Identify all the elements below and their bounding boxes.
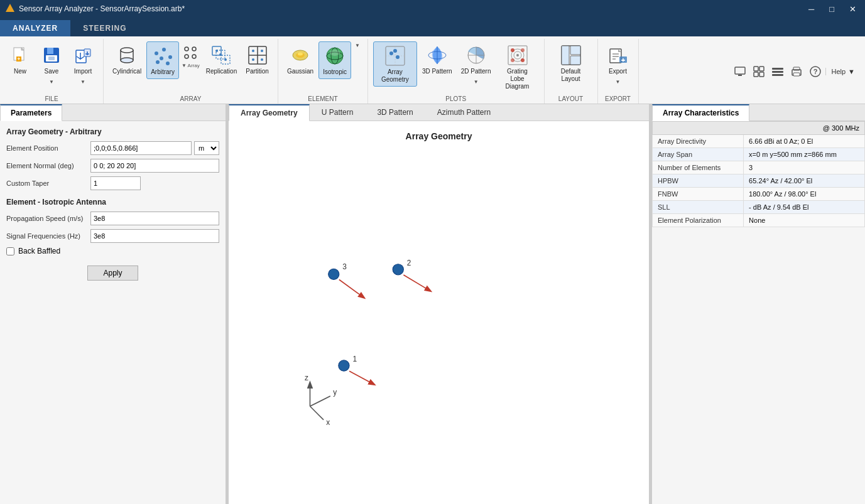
custom-taper-input[interactable] bbox=[90, 176, 141, 190]
save-button[interactable]: Save bbox=[36, 41, 67, 78]
toolbar-icon1-button[interactable] bbox=[731, 64, 749, 79]
element-position-unit[interactable]: m mm cm ft in bbox=[194, 141, 219, 155]
export-dropdown-button[interactable]: ▼ bbox=[603, 78, 633, 86]
plot-tab-bar: Array Geometry U Pattern 3D Pattern Azim… bbox=[229, 104, 649, 121]
export-button[interactable]: Export bbox=[603, 41, 633, 78]
svg-text:z: z bbox=[305, 373, 308, 382]
ribbon-group-array: Cylindrical Arbitrary bbox=[104, 39, 278, 104]
save-dropdown-button[interactable]: ▼ bbox=[36, 78, 67, 86]
char-label-6: Element Polarization bbox=[653, 214, 744, 227]
close-button[interactable]: ✕ bbox=[846, 3, 860, 15]
isotropic-icon bbox=[324, 45, 346, 67]
svg-rect-70 bbox=[570, 56, 580, 65]
help-dropdown-arrow: ▼ bbox=[848, 68, 855, 75]
isotropic-button[interactable]: Isotropic bbox=[318, 41, 351, 79]
isotropic-label: Isotropic bbox=[323, 68, 347, 76]
title-bar-controls: ─ □ ✕ bbox=[805, 3, 860, 15]
back-baffled-checkbox[interactable] bbox=[6, 247, 14, 255]
parameters-tab[interactable]: Parameters bbox=[0, 104, 62, 121]
export-dropdown-arrow: ▼ bbox=[616, 79, 621, 85]
element-expand-button[interactable]: ▼ bbox=[352, 41, 362, 50]
maximize-button[interactable]: □ bbox=[825, 3, 838, 15]
svg-rect-84 bbox=[754, 72, 758, 77]
svg-point-17 bbox=[121, 58, 133, 63]
svg-point-63 bbox=[511, 48, 514, 52]
element-normal-input[interactable] bbox=[90, 159, 219, 173]
element-position-input[interactable] bbox=[90, 141, 192, 155]
title-bar-left: Sensor Array Analyzer - SensorArraySessi… bbox=[5, 3, 185, 15]
new-icon: + bbox=[9, 44, 31, 67]
replication-button[interactable]: Replication bbox=[202, 41, 241, 78]
ribbon-group-plots: Array Geometry 3D Pattern bbox=[368, 39, 545, 104]
2d-pattern-dropdown-button[interactable]: ▼ bbox=[457, 78, 495, 86]
array-characteristics-tab[interactable]: Array Characteristics bbox=[652, 104, 749, 121]
signal-frequencies-input[interactable] bbox=[90, 229, 219, 243]
toolbar-icon5-button[interactable]: ? bbox=[807, 64, 824, 79]
grating-lobe-button[interactable]: Grating Lobe Diagram bbox=[496, 41, 539, 93]
plot-tab-azimuth-pattern[interactable]: Azimuth Pattern bbox=[425, 104, 503, 121]
grating-lobe-label: Grating Lobe Diagram bbox=[500, 68, 535, 90]
import-button[interactable]: Import bbox=[68, 41, 98, 78]
left-panel: Parameters Array Geometry - Arbitrary El… bbox=[0, 104, 226, 504]
plot-tab-array-geometry[interactable]: Array Geometry bbox=[229, 104, 310, 121]
svg-point-62 bbox=[516, 54, 519, 56]
arbitrary-button[interactable]: Arbitrary bbox=[146, 41, 179, 79]
array-group-label: ARRAY bbox=[109, 93, 273, 104]
svg-rect-83 bbox=[759, 67, 764, 71]
svg-rect-68 bbox=[562, 46, 569, 65]
plot-tab-3d-pattern[interactable]: 3D Pattern bbox=[365, 104, 425, 121]
char-label-0: Array Directivity bbox=[653, 135, 744, 148]
frequency-header: @ 300 MHz bbox=[653, 122, 865, 135]
char-row-5: SLL- dB Az / 9.54 dB El bbox=[653, 201, 865, 214]
array-expand-group: ▼ Array bbox=[180, 41, 201, 73]
back-baffled-label: Back Baffled bbox=[18, 247, 60, 255]
char-label-4: FNBW bbox=[653, 188, 744, 201]
right-panel: Array Characteristics @ 300 MHz Array Di… bbox=[651, 104, 865, 504]
propagation-speed-input[interactable] bbox=[90, 212, 219, 225]
3d-pattern-button[interactable]: 3D Pattern bbox=[418, 41, 456, 78]
new-button[interactable]: + New bbox=[5, 41, 35, 78]
export-group: Export ▼ bbox=[603, 41, 633, 86]
toolbar-icon4-button[interactable] bbox=[788, 64, 805, 79]
export-group-label: EXPORT bbox=[603, 93, 633, 104]
array-geometry-label: Array Geometry bbox=[378, 68, 413, 83]
svg-rect-87 bbox=[772, 71, 783, 73]
3d-pattern-icon bbox=[426, 44, 449, 67]
title-text: Sensor Array Analyzer - SensorArraySessi… bbox=[19, 4, 185, 13]
import-dropdown-button[interactable]: ▼ bbox=[68, 78, 98, 86]
svg-point-65 bbox=[511, 58, 514, 62]
import-label: Import bbox=[74, 68, 92, 75]
minimize-button[interactable]: ─ bbox=[805, 3, 818, 15]
char-value-4: 180.00° Az / 98.00° El bbox=[744, 188, 865, 201]
custom-taper-row: Custom Taper bbox=[6, 176, 219, 190]
partition-button[interactable]: Partition bbox=[242, 41, 273, 78]
svg-text:x: x bbox=[326, 418, 330, 427]
export-label: Export bbox=[609, 68, 627, 75]
svg-text:3: 3 bbox=[342, 262, 347, 271]
array-expand-button[interactable]: ▼ Array bbox=[180, 41, 201, 71]
propagation-speed-label: Propagation Speed (m/s) bbox=[6, 215, 88, 222]
gaussian-button[interactable]: Gaussian bbox=[283, 41, 317, 78]
toolbar-icon2-button[interactable] bbox=[750, 64, 768, 79]
element-normal-label: Element Normal (deg) bbox=[6, 162, 88, 169]
custom-taper-label: Custom Taper bbox=[6, 180, 88, 187]
apply-button[interactable]: Apply bbox=[87, 265, 138, 281]
default-layout-button[interactable]: Default Layout bbox=[550, 41, 592, 85]
ribbon-group-element: Gaussian Isotropic ▼ bbox=[278, 39, 368, 104]
toolbar-icon3-button[interactable] bbox=[769, 64, 786, 79]
2d-pattern-button[interactable]: 2D Pattern bbox=[457, 41, 495, 78]
arbitrary-label: Arbitrary bbox=[151, 68, 175, 76]
array-geometry-button[interactable]: Array Geometry bbox=[373, 41, 417, 87]
parameters-content: Array Geometry - Arbitrary Element Posit… bbox=[0, 121, 226, 504]
new-label: New bbox=[14, 68, 26, 75]
svg-text:1: 1 bbox=[352, 355, 357, 363]
file-buttons: + New Save bbox=[5, 41, 98, 93]
svg-point-109 bbox=[339, 360, 349, 371]
plot-tab-u-pattern[interactable]: U Pattern bbox=[310, 104, 366, 121]
cylindrical-button[interactable]: Cylindrical bbox=[109, 41, 145, 78]
svg-point-31 bbox=[215, 50, 218, 52]
tab-analyzer[interactable]: ANALYZER bbox=[0, 20, 70, 36]
tab-steering[interactable]: STEERING bbox=[70, 20, 139, 36]
main-layout: Parameters Array Geometry - Arbitrary El… bbox=[0, 104, 865, 504]
left-panel-tab-bar: Parameters bbox=[0, 104, 226, 121]
